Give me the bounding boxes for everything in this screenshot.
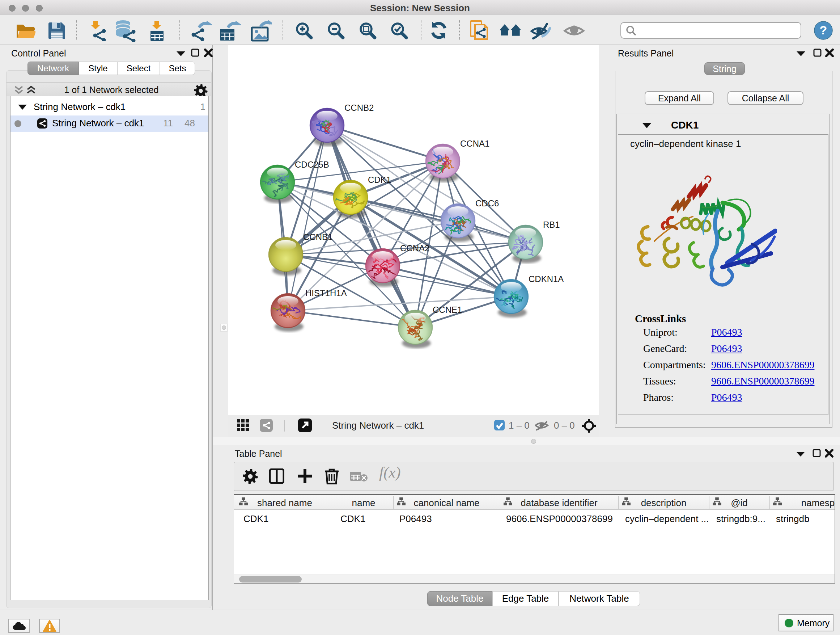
svg-text:CCNB1: CCNB1: [303, 232, 332, 242]
svg-text:RB1: RB1: [543, 220, 560, 230]
svg-text:CDC6: CDC6: [475, 198, 499, 208]
svg-text:HIST1H1A: HIST1H1A: [305, 288, 347, 298]
svg-text:CCNE1: CCNE1: [433, 305, 462, 315]
svg-text:CDKN1A: CDKN1A: [529, 274, 564, 284]
svg-text:?: ?: [820, 23, 827, 37]
svg-text:CCNA2: CCNA2: [400, 243, 429, 253]
svg-text:CCNB2: CCNB2: [344, 103, 374, 112]
svg-text:CDK1: CDK1: [368, 175, 391, 185]
svg-text:CCNA1: CCNA1: [460, 139, 489, 149]
svg-text:CDC25B: CDC25B: [295, 160, 329, 169]
